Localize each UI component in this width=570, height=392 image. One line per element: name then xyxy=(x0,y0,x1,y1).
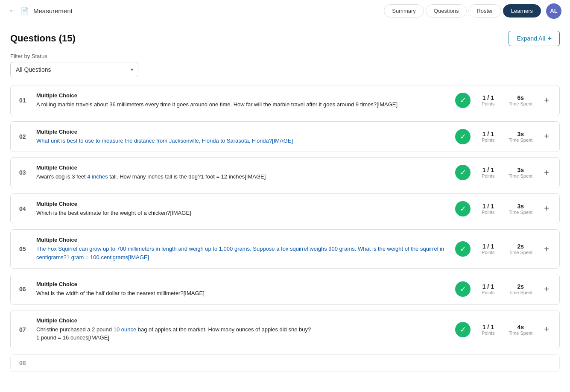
expand-all-label: Expand All xyxy=(517,35,545,42)
tab-learners[interactable]: Learners xyxy=(503,4,541,18)
question-content-02: Multiple Choice What unit is best to use… xyxy=(36,129,448,145)
question-text-03: Awan's dog is 3 feet 4 inches tall. How … xyxy=(36,173,448,181)
question-type-02: Multiple Choice xyxy=(36,129,448,135)
page-title: Questions (15) xyxy=(10,33,76,44)
question-type-01: Multiple Choice xyxy=(36,92,448,99)
question-type-05: Multiple Choice xyxy=(36,237,448,243)
filter-select[interactable]: All Questions Correct Incorrect Unanswer… xyxy=(10,62,138,77)
expand-button-01[interactable]: + xyxy=(542,96,551,105)
question-type-03: Multiple Choice xyxy=(36,164,448,171)
header-title: Measurement xyxy=(33,7,73,15)
question-text-01: A rolling marble travels about 36 millim… xyxy=(36,100,448,109)
question-number-04: 04 xyxy=(19,205,29,212)
question-time-04: 3s Time Spent xyxy=(506,203,535,215)
question-number-08: 08 xyxy=(19,360,29,366)
question-points-06: 1 / 1 Points xyxy=(477,283,499,295)
question-content-01: Multiple Choice A rolling marble travels… xyxy=(36,92,448,109)
question-card-03: 03 Multiple Choice Awan's dog is 3 feet … xyxy=(10,157,560,188)
question-card-04: 04 Multiple Choice Which is the best est… xyxy=(10,193,560,225)
question-time-01: 6s Time Spent xyxy=(506,94,535,106)
question-text-06: What is the width of the half dollar to … xyxy=(36,289,448,298)
question-number-07: 07 xyxy=(19,326,29,333)
question-card-08-partial: 08 xyxy=(10,354,560,372)
header: ← 📄 Measurement Summary Questions Roster… xyxy=(0,0,570,22)
correct-icon-01: ✓ xyxy=(455,93,471,108)
question-points-02: 1 / 1 Points xyxy=(477,131,499,143)
question-time-06: 2s Time Spent xyxy=(506,283,535,295)
question-points-04: 1 / 1 Points xyxy=(477,203,499,215)
correct-icon-06: ✓ xyxy=(455,281,471,297)
question-text-07: Christine purchased a 2 pound 10 ounce b… xyxy=(36,325,448,342)
header-left: ← 📄 Measurement xyxy=(9,6,384,15)
question-type-06: Multiple Choice xyxy=(36,281,448,287)
question-time-05: 2s Time Spent xyxy=(506,243,535,255)
question-card-02: 02 Multiple Choice What unit is best to … xyxy=(10,121,560,152)
question-points-05: 1 / 1 Points xyxy=(477,243,499,255)
question-content-04: Multiple Choice Which is the best estima… xyxy=(36,201,448,217)
question-content-06: Multiple Choice What is the width of the… xyxy=(36,281,448,298)
expand-button-07[interactable]: + xyxy=(542,325,551,334)
question-number-06: 06 xyxy=(19,286,29,293)
question-points-03: 1 / 1 Points xyxy=(477,167,499,178)
correct-icon-05: ✓ xyxy=(455,241,471,257)
question-number-01: 01 xyxy=(19,97,29,104)
question-card-05: 05 Multiple Choice The Fox Squirrel can … xyxy=(10,229,560,269)
question-text-04: Which is the best estimate for the weigh… xyxy=(36,209,448,217)
correct-icon-02: ✓ xyxy=(455,129,471,144)
correct-icon-07: ✓ xyxy=(455,322,471,337)
question-number-02: 02 xyxy=(19,133,29,140)
question-time-02: 3s Time Spent xyxy=(506,131,535,143)
question-points-07: 1 / 1 Points xyxy=(477,324,499,336)
filter-select-wrap: All Questions Correct Incorrect Unanswer… xyxy=(10,62,138,77)
question-time-07: 4s Time Spent xyxy=(506,324,535,336)
correct-icon-04: ✓ xyxy=(455,201,471,216)
question-content-07: Multiple Choice Christine purchased a 2 … xyxy=(36,317,448,342)
question-card-07: 07 Multiple Choice Christine purchased a… xyxy=(10,310,560,349)
nav-tabs: Summary Questions Roster Learners xyxy=(384,4,541,18)
expand-button-05[interactable]: + xyxy=(542,244,551,254)
expand-button-04[interactable]: + xyxy=(542,204,551,214)
question-type-04: Multiple Choice xyxy=(36,201,448,207)
question-content-03: Multiple Choice Awan's dog is 3 feet 4 i… xyxy=(36,164,448,181)
correct-icon-03: ✓ xyxy=(455,165,471,180)
question-text-05: The Fox Squirrel can grow up to 700 mill… xyxy=(36,245,448,261)
tab-questions[interactable]: Questions xyxy=(426,4,467,18)
question-card-06: 06 Multiple Choice What is the width of … xyxy=(10,274,560,305)
expand-all-button[interactable]: Expand All + xyxy=(509,31,560,46)
expand-button-02[interactable]: + xyxy=(542,132,551,141)
plus-icon: + xyxy=(548,35,552,42)
question-points-01: 1 / 1 Points xyxy=(477,94,499,106)
page-header: Questions (15) Expand All + xyxy=(10,31,560,46)
question-text-02: What unit is best to use to measure the … xyxy=(36,137,448,145)
question-time-03: 3s Time Spent xyxy=(506,167,535,178)
filter-label: Filter by Status xyxy=(10,53,560,59)
avatar: AL xyxy=(546,3,561,19)
tab-summary[interactable]: Summary xyxy=(384,4,424,18)
expand-button-06[interactable]: + xyxy=(542,284,551,294)
page-icon: 📄 xyxy=(20,7,29,15)
main-content: Questions (15) Expand All + Filter by St… xyxy=(0,22,570,392)
question-content-05: Multiple Choice The Fox Squirrel can gro… xyxy=(36,237,448,261)
tab-roster[interactable]: Roster xyxy=(468,4,501,18)
back-button[interactable]: ← xyxy=(9,6,16,15)
question-number-03: 03 xyxy=(19,169,29,176)
question-number-05: 05 xyxy=(19,246,29,252)
question-card-01: 01 Multiple Choice A rolling marble trav… xyxy=(10,85,560,116)
expand-button-03[interactable]: + xyxy=(542,168,551,178)
question-type-07: Multiple Choice xyxy=(36,317,448,324)
